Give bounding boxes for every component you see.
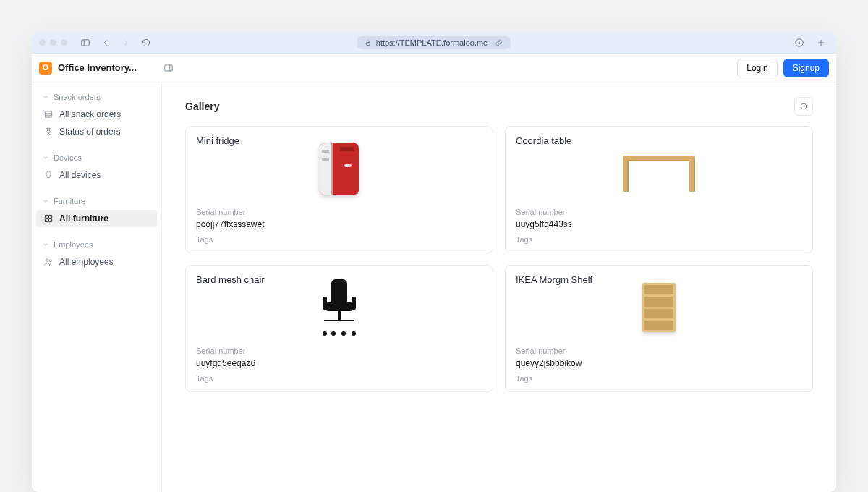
group-label: Snack orders xyxy=(54,93,101,101)
serial-value: uuyg5ffd443ss xyxy=(516,219,802,229)
share-link-icon[interactable] xyxy=(495,38,503,47)
panel-toggle-icon[interactable] xyxy=(161,60,176,76)
sidebar-item-label: All devices xyxy=(59,170,101,180)
sidebar-group-devices: Devices All devices xyxy=(36,149,157,184)
svg-rect-0 xyxy=(82,39,90,45)
reload-icon[interactable] xyxy=(138,35,154,51)
product-image-fridge xyxy=(303,140,375,198)
search-icon xyxy=(799,102,809,111)
serial-value: queyy2jsbbbikow xyxy=(516,358,802,368)
sidebar-item-label: All employees xyxy=(59,257,114,267)
login-button[interactable]: Login xyxy=(737,59,777,77)
group-label: Furniture xyxy=(54,197,85,205)
download-icon[interactable] xyxy=(791,35,807,51)
traffic-max[interactable] xyxy=(61,39,67,46)
sidebar-item-all-furniture[interactable]: All furniture xyxy=(36,210,157,227)
hourglass-icon xyxy=(43,127,54,137)
sidebar-group-snack-orders: Snack orders All snack orders Status of … xyxy=(36,88,157,140)
app-logo[interactable]: O xyxy=(39,62,52,75)
sidebar-item-label: All snack orders xyxy=(59,109,121,119)
svg-rect-6 xyxy=(49,215,52,218)
group-header-employees[interactable]: Employees xyxy=(36,236,157,253)
page-title: Gallery xyxy=(185,101,219,112)
svg-rect-5 xyxy=(45,215,48,218)
users-icon xyxy=(43,257,54,267)
svg-rect-8 xyxy=(49,219,52,222)
group-label: Employees xyxy=(54,240,93,249)
new-tab-icon[interactable] xyxy=(813,35,829,51)
browser-chrome: https://TEMPLATE.formaloo.me xyxy=(32,32,836,54)
bulb-icon xyxy=(43,170,54,180)
nav-back-icon[interactable] xyxy=(98,35,114,51)
sidebar-item-all-employees[interactable]: All employees xyxy=(36,253,157,271)
search-button[interactable] xyxy=(794,97,813,116)
serial-label: Serial number xyxy=(196,347,482,355)
url-text: https://TEMPLATE.formaloo.me xyxy=(376,38,488,47)
svg-rect-3 xyxy=(165,64,173,70)
serial-value: poojj77ffxsssawet xyxy=(196,219,482,229)
sidebar: Snack orders All snack orders Status of … xyxy=(32,82,162,492)
sidebar-item-status-of-orders[interactable]: Status of orders xyxy=(36,123,157,140)
svg-rect-7 xyxy=(45,219,48,222)
nav-forward-icon[interactable] xyxy=(118,35,134,51)
group-header-snack-orders[interactable]: Snack orders xyxy=(36,88,157,106)
tags-label: Tags xyxy=(196,374,482,383)
serial-label: Serial number xyxy=(516,347,802,355)
chevron-down-icon xyxy=(42,154,49,161)
traffic-lights xyxy=(39,39,67,46)
gallery-card[interactable]: Coordia table Serial number uuyg5ffd443s… xyxy=(505,126,813,253)
gallery-card[interactable]: Bard mesh chair Serial number uuyfgd5eeq… xyxy=(185,265,493,392)
sidebar-item-all-snack-orders[interactable]: All snack orders xyxy=(36,106,157,123)
tags-label: Tags xyxy=(516,235,802,244)
browser-window: https://TEMPLATE.formaloo.me O Office In… xyxy=(32,32,836,492)
sidebar-group-furniture: Furniture All furniture xyxy=(36,192,157,227)
main-content: Gallery Mini fridge Serial number poojj7… xyxy=(162,82,836,492)
sidebar-toggle-icon[interactable] xyxy=(77,35,93,51)
url-bar[interactable]: https://TEMPLATE.formaloo.me xyxy=(357,36,511,49)
traffic-close[interactable] xyxy=(39,39,46,46)
svg-point-11 xyxy=(801,103,807,109)
group-label: Devices xyxy=(54,153,82,162)
sidebar-item-label: Status of orders xyxy=(59,127,121,137)
sidebar-item-label: All furniture xyxy=(59,213,109,224)
list-icon xyxy=(43,109,54,119)
chevron-down-icon xyxy=(42,198,49,205)
product-image-table xyxy=(623,140,695,198)
group-header-furniture[interactable]: Furniture xyxy=(36,192,157,210)
serial-value: uuyfgd5eeqaz6 xyxy=(196,358,482,368)
app-title: Office Inventory... xyxy=(58,62,137,73)
group-header-devices[interactable]: Devices xyxy=(36,149,157,166)
svg-point-9 xyxy=(46,259,49,262)
product-image-chair xyxy=(303,279,375,336)
svg-point-10 xyxy=(49,260,51,262)
traffic-min[interactable] xyxy=(50,39,56,46)
sidebar-group-employees: Employees All employees xyxy=(36,236,157,271)
gallery-card[interactable]: IKEA Morgm Shelf Serial number queyy2jsb… xyxy=(505,265,813,392)
signup-button[interactable]: Signup xyxy=(783,59,829,77)
chevron-down-icon xyxy=(42,241,49,248)
gallery-card[interactable]: Mini fridge Serial number poojj77ffxsssa… xyxy=(185,126,493,253)
svg-rect-4 xyxy=(45,111,51,117)
svg-rect-1 xyxy=(366,42,370,45)
grid-icon xyxy=(43,213,54,224)
gallery-grid: Mini fridge Serial number poojj77ffxsssa… xyxy=(185,126,813,392)
chevron-down-icon xyxy=(42,93,49,101)
tags-label: Tags xyxy=(196,235,482,244)
serial-label: Serial number xyxy=(196,208,482,216)
lock-icon xyxy=(365,39,372,46)
tags-label: Tags xyxy=(516,374,802,383)
sidebar-item-all-devices[interactable]: All devices xyxy=(36,166,157,184)
serial-label: Serial number xyxy=(516,208,802,216)
app-header: O Office Inventory... Login Signup xyxy=(32,54,836,82)
product-image-shelf xyxy=(623,279,695,336)
